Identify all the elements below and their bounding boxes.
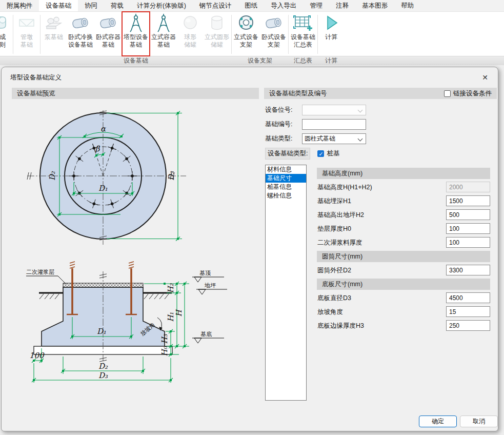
tool-tower-equipment-foundation[interactable]: 塔型设备基础 <box>122 12 150 56</box>
tool-label: 汇总表 <box>294 41 312 49</box>
foundation-no-label: 基础编号: <box>265 120 302 129</box>
form-input[interactable] <box>446 195 490 206</box>
ribbon-tab[interactable]: 管理 <box>303 0 329 11</box>
form-input[interactable] <box>446 223 490 234</box>
ribbon-tab[interactable]: 计算分析(体验版) <box>130 0 193 11</box>
tool-label: 储罐 <box>211 41 223 49</box>
group-separator <box>288 15 289 54</box>
calculate-icon <box>322 13 340 33</box>
form-label: 圆筒外径D2 <box>317 266 351 275</box>
ribbon-tab[interactable]: 荷载 <box>104 0 130 11</box>
tool-foundation-summary-table[interactable]: 设备基础汇总表 <box>289 12 317 56</box>
list-item[interactable]: 桩基信息 <box>266 183 306 191</box>
tool-label: 管墩 <box>21 33 33 41</box>
tool-generate-rule[interactable]: 生成规则 <box>0 12 12 56</box>
tool-vertical-equipment-support[interactable]: 立式设备支架 <box>232 12 260 56</box>
form-label: 基础高度H(H1+H2) <box>317 183 372 192</box>
form-input[interactable] <box>446 237 490 248</box>
base-type-label: 设备基础类型: <box>265 148 310 160</box>
form-input[interactable] <box>446 265 490 275</box>
list-item[interactable]: 材料信息 <box>266 165 306 174</box>
spherical-tank-icon <box>181 13 199 33</box>
form-row: 底板边缘厚度H3 <box>311 320 496 331</box>
tool-label: 泵基础 <box>45 33 63 41</box>
tool-calculate[interactable]: 计算 <box>318 12 344 56</box>
category-list: 材料信息基础尺寸桩基信息螺栓信息 <box>265 165 307 401</box>
section-view-drawing: 二次灌浆层 基顶 地坪 基底 放坡角 <box>12 253 259 407</box>
tool-label: 支架 <box>268 41 280 49</box>
form-label: 基础高出地坪H2 <box>317 211 364 220</box>
d3-label: D₃ <box>167 171 176 181</box>
cancel-button[interactable]: 取消 <box>460 416 498 427</box>
foundation-type-row: 基础类型: 圆柱式基础 <box>265 133 366 144</box>
group-label: 计算 <box>318 56 344 65</box>
pile-checkbox[interactable]: ✓ 桩基 <box>317 149 339 158</box>
form-row: 垫层厚度H0 <box>311 223 496 234</box>
tool-label: 球形 <box>184 33 196 41</box>
tool-label: 卧式设备 <box>261 33 286 41</box>
form-label: 二次灌浆料厚度 <box>317 239 362 247</box>
list-item[interactable]: 螺栓信息 <box>266 191 306 200</box>
tool-label: 储罐 <box>184 41 196 49</box>
ribbon-tab[interactable]: 导入导出 <box>264 0 303 11</box>
type-header: 设备基础类型及编号 链接设备条件 <box>264 88 497 99</box>
tool-horizontal-hx-foundation[interactable]: 卧式冷换设备基础 <box>67 12 94 56</box>
foundation-type-select[interactable]: 圆柱式基础 <box>302 133 366 144</box>
ribbon-tab[interactable]: 协同 <box>78 0 104 11</box>
ribbon-tab[interactable]: 注释 <box>329 0 355 11</box>
grout-leader <box>58 276 66 284</box>
form-input[interactable] <box>446 292 490 303</box>
tool-label: 基础 <box>21 41 33 49</box>
form-row: 底板直径D3 <box>311 292 496 304</box>
d1-label: D₁ <box>98 184 108 193</box>
ribbon-tab[interactable]: 设备基础 <box>39 0 78 11</box>
device-tag-label: 设备位号: <box>265 106 302 114</box>
horizontal-vessel-foundation-icon <box>98 13 118 33</box>
group-label: 汇总表 <box>289 56 317 65</box>
group-separator <box>231 15 232 54</box>
foundation-no-input[interactable] <box>302 119 366 130</box>
close-icon[interactable]: ✕ <box>479 71 491 84</box>
pump-foundation-icon <box>44 13 64 33</box>
list-item[interactable]: 基础尺寸 <box>266 174 306 183</box>
tool-horizontal-equipment-support[interactable]: 卧式设备支架 <box>260 12 288 56</box>
dialog-title: 塔型设备基础定义 <box>10 73 62 82</box>
group-label: 设备基础 <box>41 56 231 65</box>
tool-label: 卧式容器 <box>96 33 120 41</box>
group-separator <box>13 15 13 54</box>
form-label: 底板边缘厚度H3 <box>317 322 364 330</box>
ribbon-tab[interactable]: 基本图形 <box>355 0 394 11</box>
ribbon-tab-bar: 附属构件设备基础协同荷载计算分析(体验版)钢节点设计图纸导入导出管理注释基本图形… <box>0 0 504 12</box>
plan-view-drawing: α β D₁ D₂ D₃ <box>12 100 259 252</box>
ribbon-tab[interactable]: 钢节点设计 <box>193 0 238 11</box>
tool-vertical-vessel-foundation[interactable]: 立式容器基础 <box>150 12 177 56</box>
form-label: 垫层厚度H0 <box>317 225 351 233</box>
tool-label: 卧式冷换 <box>68 33 93 41</box>
form-row: 二次灌浆料厚度 <box>311 237 496 248</box>
form-row: 放坡角度 <box>311 306 496 318</box>
checkbox-icon[interactable]: ✓ <box>317 150 324 157</box>
ok-button[interactable]: 确定 <box>419 416 457 427</box>
level-top-label: 基顶 <box>199 270 211 276</box>
d2-label: D₂ <box>48 171 57 181</box>
device-tag-select[interactable] <box>302 105 366 115</box>
level-ground-label: 地坪 <box>204 282 216 288</box>
form-input[interactable] <box>446 320 490 331</box>
form-input[interactable] <box>446 306 490 317</box>
group-label <box>14 56 39 65</box>
base-type-row: 设备基础类型: ✓ 桩基 <box>265 148 339 159</box>
form-label: 放坡角度 <box>317 308 343 317</box>
h2-label: H₂ <box>166 283 175 293</box>
ribbon-toolbar: 生成规则管墩基础泵基础卧式冷换设备基础卧式容器基础塔型设备基础立式容器基础球形储… <box>0 12 504 65</box>
ribbon-tab[interactable]: 帮助 <box>394 0 420 11</box>
h-label: H <box>174 309 184 317</box>
tool-horizontal-vessel-foundation[interactable]: 卧式容器基础 <box>94 12 122 56</box>
checkbox-icon[interactable] <box>444 90 451 97</box>
horizontal-equipment-support-icon <box>264 13 284 33</box>
form-input[interactable] <box>446 209 490 220</box>
link-device-checkbox[interactable]: 链接设备条件 <box>444 89 492 98</box>
device-tag-row: 设备位号: <box>265 104 366 115</box>
section-d2-label: D₂ <box>98 362 108 371</box>
ribbon-tab[interactable]: 图纸 <box>238 0 264 11</box>
ribbon-tab[interactable]: 附属构件 <box>0 0 39 11</box>
